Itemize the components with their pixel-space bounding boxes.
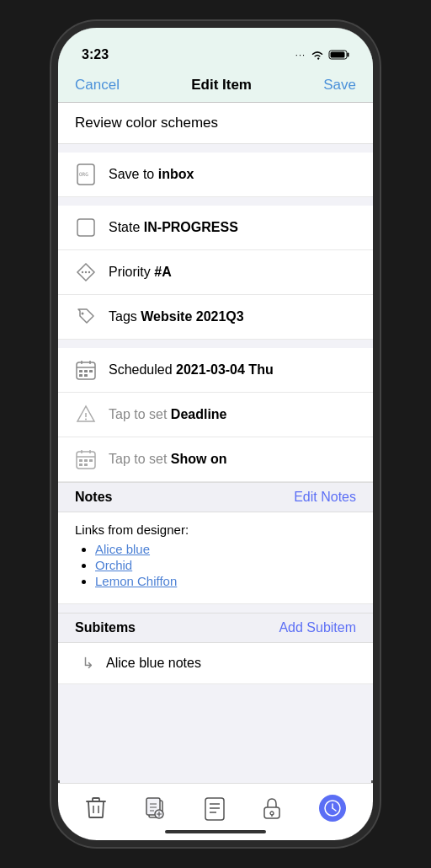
svg-rect-2	[331, 52, 345, 58]
item-title: Review color schemes	[58, 103, 373, 144]
wifi-icon	[311, 50, 324, 60]
lemon-chiffon-link[interactable]: Lemon Chiffon	[95, 574, 177, 588]
copy-icon	[145, 796, 167, 820]
save-button[interactable]: Save	[323, 77, 356, 94]
document-icon: ORG	[75, 163, 97, 185]
edit-notes-button[interactable]: Edit Notes	[294, 490, 356, 505]
add-subitem-button[interactable]: Add Subitem	[279, 620, 356, 635]
showon-label: Tap to set Show on	[109, 452, 226, 467]
content-area: Review color schemes ORG Save to inbox S…	[58, 103, 373, 780]
scheduled-row[interactable]: Scheduled 2021-03-04 Thu	[58, 348, 373, 393]
svg-rect-17	[79, 374, 82, 377]
inbox-label: Save to inbox	[109, 167, 194, 182]
notes-intro: Links from designer:	[75, 522, 356, 537]
cancel-button[interactable]: Cancel	[75, 77, 120, 94]
status-icons: ···	[295, 50, 349, 60]
state-icon	[75, 217, 97, 238]
tags-label: Tags Website 2021Q3	[109, 309, 244, 324]
state-label: State IN-PROGRESS	[109, 220, 238, 235]
svg-point-9	[82, 313, 84, 315]
copy-toolbar-item[interactable]	[136, 791, 175, 825]
clock-accent-bg	[319, 795, 346, 822]
notes-section-label: Notes	[75, 490, 112, 505]
svg-rect-27	[89, 459, 93, 462]
svg-rect-5	[77, 219, 94, 236]
orchid-link[interactable]: Orchid	[95, 558, 132, 572]
svg-point-8	[88, 271, 90, 273]
subitem-row[interactable]: ↳ Alice blue notes	[58, 643, 373, 684]
separator-1	[58, 144, 373, 153]
notes-section-header: Notes Edit Notes	[58, 482, 373, 512]
svg-rect-14	[79, 370, 82, 372]
svg-rect-44	[264, 807, 279, 818]
tag-icon	[75, 306, 97, 328]
list-item[interactable]: Orchid	[95, 558, 356, 572]
notes-list: Alice blue Orchid Lemon Chiffon	[75, 542, 356, 588]
clock-toolbar-item[interactable]	[311, 790, 354, 827]
subitem-text: Alice blue notes	[106, 656, 201, 671]
svg-rect-26	[84, 459, 88, 462]
list-item[interactable]: Alice blue	[95, 542, 356, 556]
nav-bar: Cancel Edit Item Save	[58, 70, 373, 103]
clock-icon	[324, 800, 341, 817]
svg-rect-25	[79, 459, 82, 462]
priority-row[interactable]: Priority #A	[58, 250, 373, 295]
subitems-section-label: Subitems	[75, 620, 136, 635]
calendar-icon	[75, 359, 97, 381]
deadline-label: Tap to set Deadline	[109, 407, 227, 422]
battery-icon	[329, 50, 349, 60]
status-time: 3:23	[82, 47, 109, 62]
list-item[interactable]: Lemon Chiffon	[95, 574, 356, 588]
home-indicator	[165, 830, 266, 833]
svg-rect-1	[348, 53, 349, 57]
deadline-row[interactable]: Tap to set Deadline	[58, 393, 373, 437]
svg-rect-15	[84, 370, 88, 372]
indent-arrow-icon: ↳	[82, 654, 94, 672]
svg-rect-28	[79, 463, 82, 466]
showon-icon	[75, 448, 97, 470]
svg-line-49	[333, 808, 336, 811]
phone-shell: 3:23 ··· Cancel Edit Item Save Review co…	[51, 21, 380, 847]
priority-icon	[75, 261, 97, 283]
svg-point-20	[85, 419, 87, 421]
svg-point-45	[270, 812, 274, 815]
svg-rect-40	[205, 798, 224, 820]
subitems-section-header: Subitems Add Subitem	[58, 613, 373, 643]
inbox-row[interactable]: ORG Save to inbox	[58, 153, 373, 197]
separator-3	[58, 340, 373, 348]
bottom-padding	[58, 684, 373, 701]
status-bar: 3:23 ···	[58, 28, 373, 70]
signal-dots-icon: ···	[295, 50, 306, 60]
trash-toolbar-item[interactable]	[77, 791, 115, 825]
svg-text:ORG: ORG	[79, 171, 88, 177]
deadline-icon	[75, 404, 97, 426]
notes-content: Links from designer: Alice blue Orchid L…	[58, 512, 373, 604]
nav-title: Edit Item	[191, 77, 252, 94]
svg-rect-16	[89, 370, 93, 372]
scheduled-label: Scheduled 2021-03-04 Thu	[109, 362, 274, 378]
svg-point-7	[85, 271, 87, 273]
tags-row[interactable]: Tags Website 2021Q3	[58, 295, 373, 340]
svg-rect-18	[84, 374, 88, 377]
alice-blue-link[interactable]: Alice blue	[95, 542, 150, 556]
notes-icon	[204, 796, 226, 820]
svg-point-6	[82, 271, 83, 273]
notes-toolbar-item[interactable]	[195, 791, 234, 825]
separator-2	[58, 197, 373, 206]
lock-toolbar-item[interactable]	[254, 791, 290, 825]
showon-row[interactable]: Tap to set Show on	[58, 437, 373, 482]
state-row[interactable]: State IN-PROGRESS	[58, 206, 373, 250]
lock-icon	[263, 796, 281, 820]
priority-label: Priority #A	[109, 265, 172, 280]
separator-4	[58, 604, 373, 613]
svg-rect-29	[84, 463, 88, 466]
trash-icon	[85, 796, 107, 820]
